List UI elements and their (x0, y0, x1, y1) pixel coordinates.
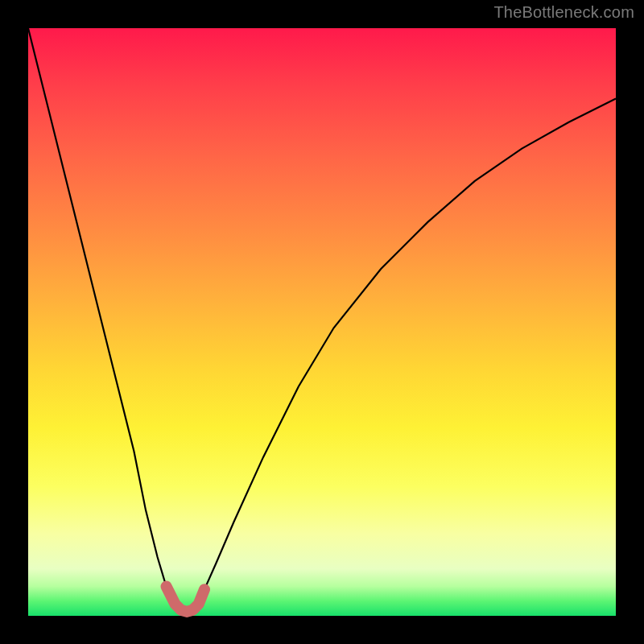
watermark-text: TheBottleneck.com (493, 3, 634, 22)
chart-svg (28, 28, 616, 616)
plot-area (28, 28, 616, 616)
bottleneck-highlight-line (167, 587, 204, 612)
bottleneck-curve-line (28, 28, 616, 612)
chart-frame: TheBottleneck.com (0, 0, 644, 644)
